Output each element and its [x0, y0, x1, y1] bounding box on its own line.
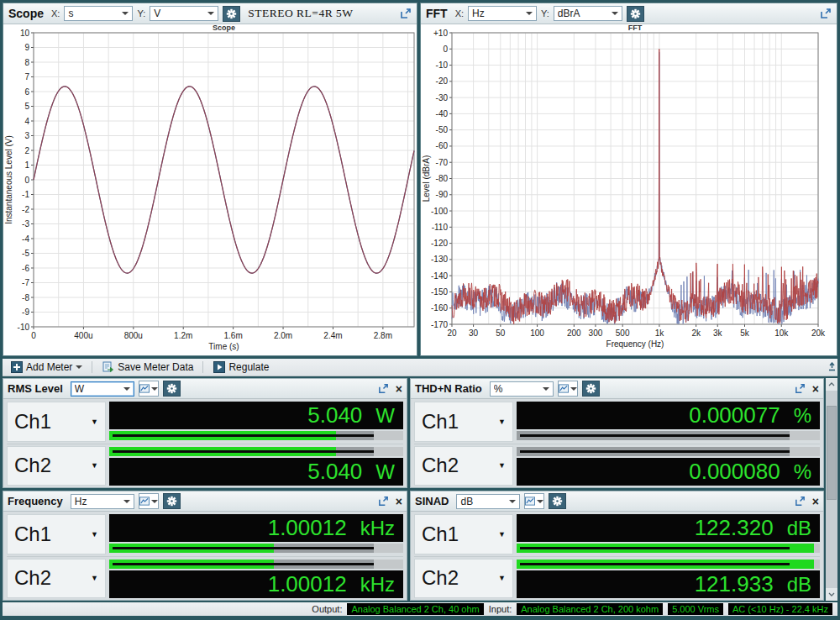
rms-settings-button[interactable] — [163, 381, 181, 397]
scope-y-label: Y: — [137, 8, 145, 18]
fft-plot-area[interactable]: FFT-170-160-150-140-130-120-110-100-90-8… — [421, 24, 837, 355]
output-label: Output: — [312, 604, 342, 614]
chevron-down-icon — [151, 500, 158, 503]
scope-settings-button[interactable] — [223, 6, 240, 22]
chevron-down-icon: ▼ — [91, 461, 98, 470]
svg-text:-6: -6 — [22, 264, 29, 273]
chevron-down-icon — [151, 387, 158, 391]
sinad-unit-select[interactable]: dB — [456, 494, 520, 509]
channel-row: Ch1 ▼ 5.040 W — [7, 402, 403, 442]
svg-text:7: 7 — [24, 72, 29, 81]
fft-y-unit-select[interactable]: dBrA — [554, 6, 622, 21]
frequency-meter-panel: Frequency Hz × Ch1 ▼ — [3, 491, 407, 601]
chevron-down-icon — [537, 500, 543, 503]
close-icon[interactable]: × — [396, 496, 402, 507]
input-level-badge[interactable]: 5.000 Vrms — [668, 603, 723, 615]
channel-row: Ch2 ▼ 0.000080 % — [414, 444, 820, 486]
scrollbar-track[interactable] — [826, 391, 837, 588]
svg-text:2.0m: 2.0m — [274, 331, 292, 340]
ch1-selector[interactable]: Ch1 ▼ — [7, 514, 106, 554]
gear-icon — [585, 383, 596, 394]
close-icon[interactable]: × — [812, 496, 819, 507]
regulate-button[interactable]: Regulate — [208, 360, 273, 375]
level-bar — [109, 431, 403, 440]
svg-text:1.2m: 1.2m — [174, 331, 192, 340]
thdn-settings-button[interactable] — [582, 381, 600, 397]
scope-plot[interactable]: Scope-10-9-8-7-6-5-4-3-2-101234567891004… — [3, 24, 417, 355]
fft-x-unit-select[interactable]: Hz — [468, 6, 537, 21]
frequency-body: Ch1 ▼ 1.00012 kHz Ch2 ▼ — [3, 512, 407, 600]
svg-text:4: 4 — [24, 117, 29, 126]
frequency-settings-button[interactable] — [163, 493, 181, 509]
fft-panel-header: FFT X: Hz Y: dBrA — [421, 3, 837, 24]
expand-icon[interactable] — [795, 496, 806, 507]
svg-text:1.6m: 1.6m — [224, 331, 243, 340]
scope-plot-area[interactable]: Scope-10-9-8-7-6-5-4-3-2-101234567891004… — [3, 24, 417, 355]
input-config-badge[interactable]: Analog Balanced 2 Ch, 200 kohm — [517, 603, 663, 615]
level-bar — [517, 544, 820, 553]
chart-icon — [139, 384, 150, 393]
fft-panel: FFT X: Hz Y: dBrA FFT-170-160-150-140-13… — [420, 3, 837, 356]
show-graph-button[interactable] — [524, 493, 544, 509]
expand-icon[interactable] — [378, 383, 389, 394]
value-display: 5.040 W — [109, 402, 403, 429]
fft-plot[interactable]: FFT-170-160-150-140-130-120-110-100-90-8… — [421, 24, 837, 355]
fft-settings-button[interactable] — [627, 6, 644, 22]
expand-icon[interactable] — [378, 496, 389, 507]
show-graph-button[interactable] — [139, 381, 159, 397]
chevron-down-icon: ▼ — [498, 530, 506, 539]
ch1-selector[interactable]: Ch1 ▼ — [414, 402, 513, 442]
svg-text:2k: 2k — [691, 328, 701, 338]
scope-panel-header: Scope X: s Y: V STEREO RL=4R 5W — [3, 3, 417, 24]
svg-text:-3: -3 — [22, 219, 29, 229]
svg-text:-20: -20 — [436, 76, 449, 86]
svg-text:20k: 20k — [811, 328, 826, 338]
rms-level-body: Ch1 ▼ 5.040 W Ch2 ▼ — [3, 399, 407, 487]
svg-text:-30: -30 — [436, 93, 449, 102]
chart-icon — [139, 497, 150, 506]
svg-text:2.4m: 2.4m — [323, 331, 342, 340]
svg-text:-2: -2 — [22, 205, 29, 214]
chevron-down-icon: ▼ — [91, 418, 98, 426]
expand-icon[interactable] — [795, 383, 806, 394]
svg-text:20: 20 — [447, 328, 457, 338]
svg-text:Time (s): Time (s) — [208, 342, 239, 351]
input-bandwidth-badge[interactable]: AC (<10 Hz) - 22.4 kHz — [728, 603, 832, 615]
scroll-up-icon[interactable] — [826, 378, 837, 391]
ch1-selector[interactable]: Ch1 ▼ — [7, 402, 106, 442]
ch2-selector[interactable]: Ch2 ▼ — [414, 446, 513, 486]
pin-toolbar-icon[interactable] — [825, 360, 838, 373]
show-graph-button[interactable] — [558, 381, 578, 397]
scope-y-unit-select[interactable]: V — [150, 6, 218, 21]
level-bar — [517, 560, 820, 569]
expand-icon[interactable] — [820, 8, 832, 19]
thdn-unit-select[interactable]: % — [490, 381, 554, 397]
show-graph-button[interactable] — [139, 493, 159, 509]
frequency-unit-select[interactable]: Hz — [71, 494, 134, 509]
close-icon[interactable]: × — [812, 383, 819, 395]
scope-panel: Scope X: s Y: V STEREO RL=4R 5W Scope-10… — [3, 3, 417, 356]
expand-icon[interactable] — [400, 8, 412, 19]
meters-scrollbar[interactable] — [826, 378, 837, 601]
chevron-down-icon — [570, 387, 577, 391]
sinad-settings-button[interactable] — [549, 493, 566, 509]
ch2-selector[interactable]: Ch2 ▼ — [7, 446, 106, 486]
scrollbar-thumb[interactable] — [827, 406, 837, 500]
scroll-down-icon[interactable] — [826, 588, 837, 601]
output-config-badge[interactable]: Analog Balanced 2 Ch, 40 ohm — [347, 603, 483, 615]
save-icon — [102, 361, 114, 374]
ch1-selector[interactable]: Ch1 ▼ — [414, 514, 513, 554]
thdn-ratio-header: THD+N Ratio % × — [411, 379, 823, 399]
svg-text:FFT: FFT — [628, 24, 643, 32]
ch2-selector[interactable]: Ch2 ▼ — [414, 559, 513, 599]
svg-text:-9: -9 — [22, 307, 29, 317]
svg-text:-1: -1 — [22, 190, 29, 199]
scope-x-unit-select[interactable]: s — [64, 6, 133, 21]
svg-text:-170: -170 — [431, 320, 448, 329]
close-icon[interactable]: × — [396, 383, 402, 395]
rms-unit-select[interactable]: W — [71, 381, 134, 397]
add-meter-button[interactable]: Add Meter — [6, 360, 87, 375]
save-meter-data-button[interactable]: Save Meter Data — [97, 360, 197, 375]
ch2-selector[interactable]: Ch2 ▼ — [7, 559, 106, 599]
scope-panel-title: Scope — [8, 7, 44, 20]
